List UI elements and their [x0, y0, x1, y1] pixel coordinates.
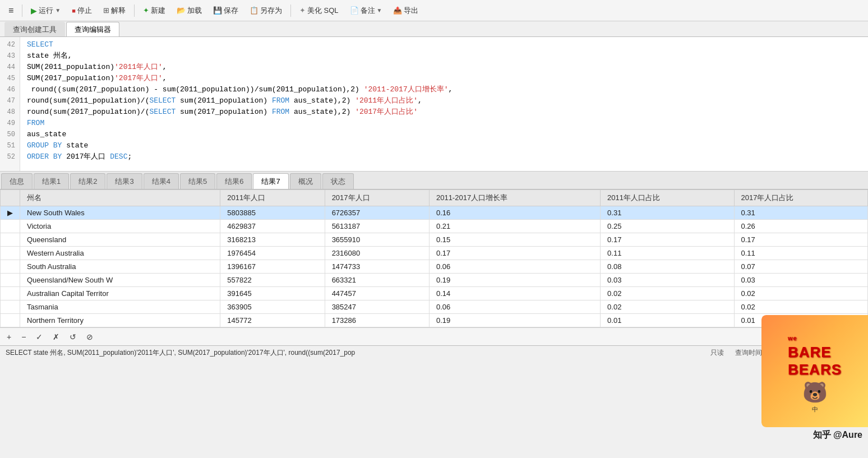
- load-button[interactable]: 📂 加载: [173, 4, 206, 17]
- table-row[interactable]: Australian Capital Territor3916454474570…: [1, 287, 868, 300]
- separator-3: [290, 4, 291, 17]
- result-tab-概况[interactable]: 概况: [290, 173, 321, 189]
- run-button[interactable]: ▶ 运行 ▼: [27, 4, 64, 17]
- cell-2: 5613187: [325, 220, 429, 233]
- result-tab-结果2[interactable]: 结果2: [70, 173, 105, 189]
- stop-edit-button[interactable]: ⊘: [84, 331, 95, 343]
- cell-4: 0.08: [601, 260, 734, 274]
- result-tab-结果1[interactable]: 结果1: [34, 173, 69, 189]
- table-row[interactable]: Victoria462983756131870.210.250.26: [1, 220, 868, 233]
- cell-5: 0.02: [734, 300, 867, 314]
- cell-0: Western Australia: [20, 247, 220, 260]
- cell-4: 0.03: [601, 274, 734, 287]
- new-button[interactable]: ✦ 新建: [139, 4, 169, 17]
- code-line-45: SUM(2017_population)'2017年人口',: [27, 73, 861, 84]
- row-arrow: [1, 260, 20, 274]
- menu-button[interactable]: ≡: [4, 4, 17, 17]
- code-line-43: state 州名,: [27, 50, 861, 62]
- result-tab-结果4[interactable]: 结果4: [144, 173, 179, 189]
- table-row[interactable]: Tasmania3639053852470.060.020.02: [1, 300, 868, 314]
- table-row[interactable]: Queensland316821336559100.150.170.17: [1, 233, 868, 247]
- comment-button[interactable]: 📄 备注 ▼: [346, 4, 386, 17]
- comment-icon: 📄: [350, 6, 359, 15]
- cell-0: Australian Capital Territor: [20, 287, 220, 300]
- save-button[interactable]: 💾 保存: [209, 4, 242, 17]
- cell-3: 0.21: [429, 220, 600, 233]
- cell-1: 391645: [220, 287, 325, 300]
- tab-query-builder[interactable]: 查询创建工具: [4, 22, 65, 36]
- table-row[interactable]: Northern Territory1457721732860.190.010.…: [1, 314, 868, 327]
- result-tab-结果7[interactable]: 结果7: [253, 173, 288, 189]
- main-toolbar: ≡ ▶ 运行 ▼ ■ 停止 ⊞ 解释 ✦ 新建 📂 加载 💾 保存 📋 另存为 …: [0, 0, 868, 21]
- result-tab-结果3[interactable]: 结果3: [107, 173, 142, 189]
- result-tab-bar: 信息结果1结果2结果3结果4结果5结果6结果7概况状态: [0, 172, 868, 189]
- cell-2: 447457: [325, 287, 429, 300]
- beautify-icon: ✦: [299, 6, 306, 15]
- separator-1: [22, 4, 22, 17]
- add-row-button[interactable]: +: [4, 331, 13, 343]
- cell-3: 0.14: [429, 287, 600, 300]
- load-label: 加载: [187, 6, 202, 16]
- code-line-52: ORDER BY 2017年人口 DESC;: [27, 151, 861, 163]
- run-icon: ▶: [31, 6, 37, 15]
- col-header-2017年人口占比: 2017年人口占比: [734, 190, 867, 206]
- cell-1: 557822: [220, 274, 325, 287]
- code-content[interactable]: SELECT state 州名, SUM(2011_population)'20…: [20, 37, 868, 171]
- col-header-2011-2017人口增长率: 2011-2017人口增长率: [429, 190, 600, 206]
- col-header-arrow: [1, 190, 20, 206]
- remove-row-button[interactable]: −: [19, 331, 28, 343]
- separator-2: [134, 4, 135, 17]
- export-button[interactable]: 📤 导出: [389, 4, 422, 17]
- result-tab-结果5[interactable]: 结果5: [180, 173, 215, 189]
- explain-button[interactable]: ⊞ 解释: [99, 4, 130, 17]
- status-readonly: 只读: [710, 348, 724, 358]
- result-tab-信息[interactable]: 信息: [1, 173, 33, 189]
- cell-1: 4629837: [220, 220, 325, 233]
- cell-2: 3655910: [325, 233, 429, 247]
- result-tab-结果6[interactable]: 结果6: [216, 173, 252, 189]
- beautify-button[interactable]: ✦ 美化 SQL: [296, 4, 343, 17]
- row-arrow: [1, 220, 20, 233]
- bottom-toolbar: + − ✓ ✗ ↺ ⊘: [0, 327, 868, 345]
- row-arrow: [1, 247, 20, 260]
- result-tab-状态[interactable]: 状态: [322, 173, 354, 189]
- code-line-47: round(sum(2011_population)/(SELECT sum(2…: [27, 95, 861, 107]
- code-line-46: round((sum(2017_population) - sum(2011_p…: [27, 84, 861, 95]
- cell-0: Victoria: [20, 220, 220, 233]
- explain-label: 解释: [111, 6, 126, 16]
- table-row[interactable]: Queensland/New South W5578226633210.190.…: [1, 274, 868, 287]
- menu-icon: ≡: [8, 6, 13, 16]
- cell-5: 0.02: [734, 287, 867, 300]
- stop-button[interactable]: ■ 停止: [68, 4, 96, 17]
- table-row[interactable]: Western Australia197645423160800.170.110…: [1, 247, 868, 260]
- cell-2: 1474733: [325, 260, 429, 274]
- col-header-州名: 州名: [20, 190, 220, 206]
- cancel-edit-button[interactable]: ✗: [50, 331, 62, 343]
- cartoon-character: 🐻: [802, 381, 828, 404]
- new-icon: ✦: [143, 6, 149, 15]
- stop-icon: ■: [72, 7, 76, 14]
- code-line-42: SELECT: [27, 39, 861, 50]
- cell-5: 0.26: [734, 220, 867, 233]
- save-as-button[interactable]: 📋 另存为: [246, 4, 286, 17]
- cell-5: 0.03: [734, 274, 867, 287]
- stop-label: 停止: [77, 6, 92, 16]
- cell-4: 0.25: [601, 220, 734, 233]
- sql-editor[interactable]: 42 43 44 45 46 47 48 49 50 51 52 SELECT …: [0, 37, 868, 172]
- code-line-48: round(sum(2017_population)/(SELECT sum(2…: [27, 107, 861, 118]
- table-row[interactable]: ▶New South Wales580388567263570.160.310.…: [1, 206, 868, 220]
- tab-query-editor[interactable]: 查询编辑器: [66, 22, 119, 36]
- cell-4: 0.02: [601, 300, 734, 314]
- code-line-50: aus_state: [27, 129, 861, 140]
- refresh-button[interactable]: ↺: [67, 331, 79, 343]
- cell-0: Northern Territory: [20, 314, 220, 327]
- table-row[interactable]: South Australia139616714747330.060.080.0…: [1, 260, 868, 274]
- cell-5: 0.31: [734, 206, 867, 220]
- load-icon: 📂: [177, 6, 186, 15]
- cell-3: 0.06: [429, 300, 600, 314]
- confirm-button[interactable]: ✓: [34, 331, 45, 343]
- row-arrow: ▶: [1, 206, 20, 220]
- cell-3: 0.15: [429, 233, 600, 247]
- cell-1: 145772: [220, 314, 325, 327]
- cell-1: 1976454: [220, 247, 325, 260]
